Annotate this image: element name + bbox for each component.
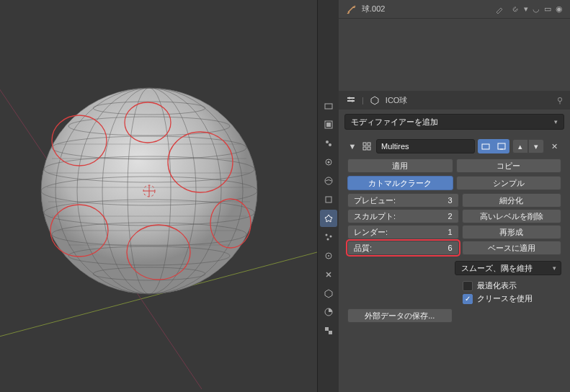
pin-icon[interactable]: ⚲: [557, 96, 563, 105]
breadcrumb-sep: |: [362, 96, 364, 104]
modifier-name-field[interactable]: Multires: [376, 139, 475, 153]
use-crease-label: クリースを使用: [477, 293, 533, 304]
svg-rect-57: [368, 147, 370, 150]
svg-point-37: [329, 143, 331, 146]
filter-restrict-render[interactable]: ◉: [556, 4, 563, 14]
svg-rect-56: [363, 147, 366, 150]
cursor-icon[interactable]: ▾: [524, 4, 528, 14]
catmull-clark-button[interactable]: カトマルクラーク: [347, 176, 453, 190]
svg-rect-55: [368, 143, 370, 146]
svg-point-43: [329, 236, 331, 238]
outliner-header: 球.002 ▾ ◡ ▭ ◉: [339, 0, 570, 19]
tab-particles[interactable]: [320, 228, 337, 246]
optimal-display-checkbox[interactable]: [463, 281, 473, 291]
delete-higher-button[interactable]: 高いレベルを削除: [462, 209, 562, 223]
save-external-button[interactable]: 外部データの保存...: [347, 308, 453, 323]
filter-restrict-view[interactable]: ▭: [544, 4, 551, 14]
tab-render[interactable]: [320, 97, 337, 115]
svg-point-46: [328, 255, 329, 257]
tab-output[interactable]: [320, 116, 337, 133]
quality-field[interactable]: 品質: 6: [347, 241, 459, 255]
wrench-icon[interactable]: [509, 5, 518, 14]
tab-viewlayer[interactable]: [320, 135, 337, 152]
tab-object[interactable]: [320, 191, 337, 208]
render-field[interactable]: レンダー: 1: [347, 225, 459, 239]
expand-toggle[interactable]: ▼: [347, 142, 357, 151]
svg-rect-54: [363, 143, 366, 146]
properties-tab-strip: [317, 0, 339, 392]
display-viewport-icon[interactable]: [494, 139, 509, 153]
cursor-3d: [143, 185, 155, 197]
tab-modifiers[interactable]: [320, 210, 337, 227]
svg-point-36: [326, 141, 329, 143]
simple-button[interactable]: シンプル: [456, 176, 562, 190]
tab-physics[interactable]: [320, 247, 337, 264]
svg-rect-33: [325, 104, 332, 109]
svg-point-42: [325, 234, 327, 236]
tab-constraints[interactable]: [320, 266, 337, 283]
svg-rect-35: [326, 122, 331, 127]
svg-point-39: [327, 161, 329, 164]
svg-point-53: [352, 100, 354, 102]
svg-point-52: [349, 97, 351, 99]
uv-smooth-dropdown[interactable]: スムーズ、隅を維持: [455, 261, 561, 275]
reshape-button[interactable]: 再形成: [462, 225, 562, 239]
apply-button[interactable]: 適用: [347, 159, 453, 173]
apply-base-button[interactable]: ベースに適用: [462, 241, 562, 255]
viewport-3d[interactable]: [0, 0, 317, 392]
options-icon[interactable]: [346, 95, 356, 105]
breadcrumb: | ICO球 ⚲: [339, 91, 570, 110]
svg-rect-48: [325, 327, 329, 331]
copy-button[interactable]: コピー: [456, 159, 562, 173]
tab-world[interactable]: [320, 172, 337, 190]
svg-rect-59: [498, 143, 505, 149]
delete-modifier-button[interactable]: ✕: [547, 139, 561, 153]
tab-material[interactable]: [320, 303, 337, 321]
tab-mesh[interactable]: [320, 285, 337, 302]
svg-rect-58: [482, 144, 489, 149]
add-modifier-label: モディファイアーを追加: [351, 117, 438, 128]
move-down-button[interactable]: ▾: [528, 139, 544, 153]
preview-field[interactable]: プレビュー: 3: [347, 193, 459, 208]
add-modifier-dropdown[interactable]: モディファイアーを追加: [344, 114, 564, 130]
filter-restrict-select[interactable]: ◡: [533, 4, 540, 14]
tab-scene[interactable]: [320, 153, 337, 171]
svg-rect-41: [326, 197, 331, 202]
svg-point-44: [326, 239, 329, 241]
sculpt-field[interactable]: スカルプト: 2: [347, 209, 459, 223]
optimal-display-label: 最適化表示: [477, 280, 517, 291]
object-bone-icon: [346, 4, 356, 14]
tab-texture[interactable]: [320, 322, 337, 339]
svg-rect-49: [329, 331, 332, 334]
modifier-multires: ▼ Multires ▴ ▾ ✕ 適用 コピー カトマルクラーク シンプル プレ…: [344, 137, 564, 326]
breadcrumb-object[interactable]: ICO球: [386, 95, 408, 106]
mesh-icon: [370, 95, 380, 105]
multires-icon: [360, 140, 373, 153]
display-render-icon[interactable]: [478, 139, 494, 153]
properties-panel: 球.002 ▾ ◡ ▭ ◉ | ICO球 ⚲ モディファイアーを追加 ▼ Mul…: [339, 0, 570, 392]
object-name[interactable]: 球.002: [362, 4, 489, 14]
move-up-button[interactable]: ▴: [512, 139, 528, 153]
subdivide-button[interactable]: 細分化: [462, 193, 562, 208]
use-crease-checkbox[interactable]: ✓: [463, 294, 473, 304]
eyedropper-icon[interactable]: [495, 5, 504, 14]
